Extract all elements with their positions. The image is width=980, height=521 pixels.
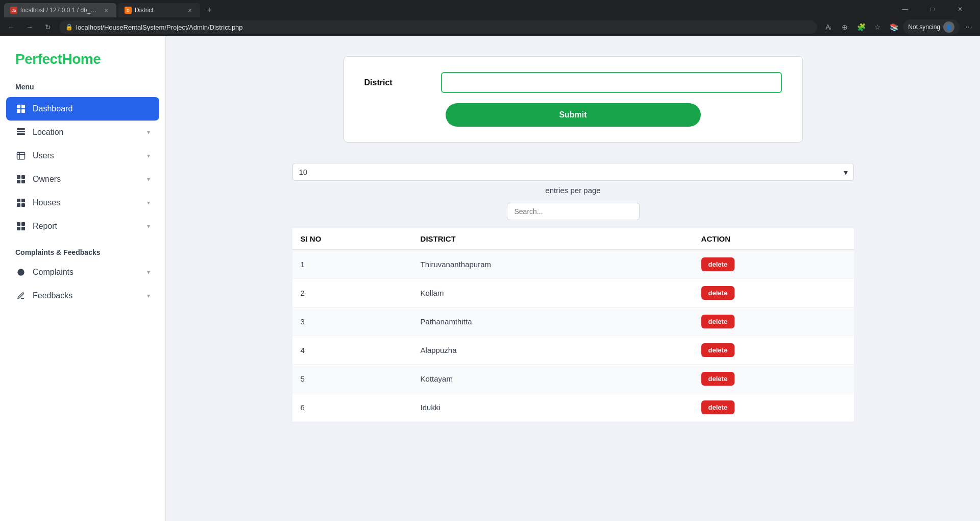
- logo-green: Home: [62, 51, 101, 67]
- submit-button[interactable]: Submit: [446, 103, 701, 127]
- sidebar-item-complaints[interactable]: Complaints ▾: [0, 260, 165, 284]
- district-input[interactable]: [441, 72, 782, 93]
- district-label: District: [364, 78, 426, 87]
- users-icon: [15, 150, 27, 161]
- cell-district: Idukki: [412, 393, 693, 422]
- main-content: District Submit 10 25 50 ▾ entries per p…: [166, 36, 980, 521]
- cell-action: delete: [693, 336, 854, 365]
- entries-select-wrapper: 10 25 50 ▾: [292, 163, 854, 181]
- entries-select[interactable]: 10 25 50: [292, 163, 854, 181]
- table-row: 4 Alappuzha delete: [292, 336, 854, 365]
- menu-section-label: Menu: [0, 83, 165, 97]
- district-form-row: District: [364, 72, 782, 93]
- tab-title-db: localhost / 127.0.0.1 / db_house: [20, 7, 99, 14]
- col-district: DISTRICT: [412, 228, 693, 250]
- lock-icon: 🔒: [65, 23, 73, 31]
- search-input[interactable]: [507, 203, 640, 220]
- logo: PerfectHome: [0, 46, 165, 83]
- sidebar-item-feedbacks[interactable]: Feedbacks ▾: [0, 284, 165, 307]
- table-row: 3 Pathanamthitta delete: [292, 307, 854, 336]
- table-row: 5 Kottayam delete: [292, 365, 854, 393]
- delete-button[interactable]: delete: [701, 400, 735, 414]
- delete-button[interactable]: delete: [701, 343, 735, 357]
- chevron-down-icon-users: ▾: [147, 152, 150, 159]
- maximize-button[interactable]: □: [921, 2, 944, 16]
- districts-table: SI NO DISTRICT ACTION 1 Thiruvananthapur…: [292, 228, 854, 422]
- cell-sino: 4: [292, 336, 412, 365]
- sidebar-item-location[interactable]: Location ▾: [0, 121, 165, 144]
- cell-action: delete: [693, 365, 854, 393]
- sidebar-item-label-complaints: Complaints: [33, 268, 74, 277]
- tab-title-district: District: [135, 7, 183, 14]
- sidebar-item-users[interactable]: Users ▾: [0, 144, 165, 168]
- cell-sino: 5: [292, 365, 412, 393]
- address-bar[interactable]: 🔒 localhost/HouseRentalSystem/Project/Ad…: [59, 20, 817, 34]
- sidebar-item-label-dashboard: Dashboard: [33, 104, 72, 113]
- cell-district: Alappuzha: [412, 336, 693, 365]
- delete-button[interactable]: delete: [701, 286, 735, 300]
- cell-action: delete: [693, 279, 854, 307]
- tab-close-district[interactable]: ✕: [186, 6, 194, 14]
- table-row: 1 Thiruvananthapuram delete: [292, 250, 854, 279]
- sidebar-item-label-feedbacks: Feedbacks: [33, 291, 72, 300]
- cell-district: Thiruvananthapuram: [412, 250, 693, 279]
- tab-district[interactable]: D District ✕: [118, 3, 200, 17]
- refresh-button[interactable]: ↻: [41, 20, 55, 34]
- close-button[interactable]: ✕: [948, 2, 972, 16]
- app-container: PerfectHome Menu Dashboard Location ▾ Us…: [0, 36, 980, 521]
- back-button[interactable]: ←: [4, 20, 18, 34]
- new-tab-button[interactable]: +: [202, 3, 216, 17]
- reader-mode-icon[interactable]: Aᵢ: [821, 20, 836, 34]
- browser-chrome: db localhost / 127.0.0.1 / db_house ✕ D …: [0, 0, 980, 36]
- table-section: 10 25 50 ▾ entries per page SI NO DISTRI…: [292, 163, 854, 422]
- table-row: 6 Idukki delete: [292, 393, 854, 422]
- table-header: SI NO DISTRICT ACTION: [292, 228, 854, 250]
- feedbacks-icon: [15, 290, 27, 301]
- chevron-down-icon-owners: ▾: [147, 176, 150, 183]
- delete-button[interactable]: delete: [701, 372, 735, 386]
- delete-button[interactable]: delete: [701, 257, 735, 271]
- complaints-icon: [15, 267, 27, 278]
- sidebar-item-label-report: Report: [33, 222, 57, 231]
- collections-icon[interactable]: 📚: [887, 20, 901, 34]
- sidebar-item-report[interactable]: Report ▾: [0, 215, 165, 238]
- cell-action: delete: [693, 250, 854, 279]
- tab-db[interactable]: db localhost / 127.0.0.1 / db_house ✕: [4, 3, 116, 17]
- tab-favicon-db: db: [10, 7, 17, 14]
- chevron-down-icon-location: ▾: [147, 129, 150, 136]
- district-form-card: District Submit: [344, 56, 803, 143]
- extensions-icon[interactable]: 🧩: [854, 20, 868, 34]
- forward-button[interactable]: →: [22, 20, 37, 34]
- chevron-down-icon-houses: ▾: [147, 199, 150, 206]
- cell-sino: 2: [292, 279, 412, 307]
- svg-rect-0: [17, 152, 25, 159]
- entries-label: entries per page: [292, 186, 854, 195]
- cell-sino: 6: [292, 393, 412, 422]
- chevron-down-icon-report: ▾: [147, 223, 150, 230]
- col-action: ACTION: [693, 228, 854, 250]
- avatar: 👤: [943, 21, 954, 33]
- tab-close-db[interactable]: ✕: [102, 6, 110, 14]
- location-icon: [15, 127, 27, 138]
- chevron-down-icon-feedbacks: ▾: [147, 292, 150, 299]
- table-body: 1 Thiruvananthapuram delete 2 Kollam del…: [292, 250, 854, 422]
- chevron-down-icon-complaints: ▾: [147, 269, 150, 276]
- menu-icon[interactable]: ⋯: [962, 20, 976, 34]
- report-icon: [15, 221, 27, 232]
- not-syncing-label: Not syncing: [908, 23, 940, 31]
- cell-sino: 3: [292, 307, 412, 336]
- minimize-button[interactable]: —: [893, 2, 917, 16]
- sync-button[interactable]: Not syncing 👤: [903, 19, 960, 35]
- houses-icon: [15, 197, 27, 208]
- zoom-icon[interactable]: ⊕: [838, 20, 852, 34]
- sidebar-item-label-owners: Owners: [33, 175, 61, 184]
- col-sino: SI NO: [292, 228, 412, 250]
- sidebar-item-owners[interactable]: Owners ▾: [0, 168, 165, 191]
- delete-button[interactable]: delete: [701, 315, 735, 328]
- sidebar-item-dashboard[interactable]: Dashboard: [6, 97, 159, 121]
- cell-district: Kottayam: [412, 365, 693, 393]
- svg-point-3: [17, 269, 24, 275]
- sidebar-item-houses[interactable]: Houses ▾: [0, 191, 165, 215]
- cell-action: delete: [693, 307, 854, 336]
- favorites-icon[interactable]: ☆: [870, 20, 885, 34]
